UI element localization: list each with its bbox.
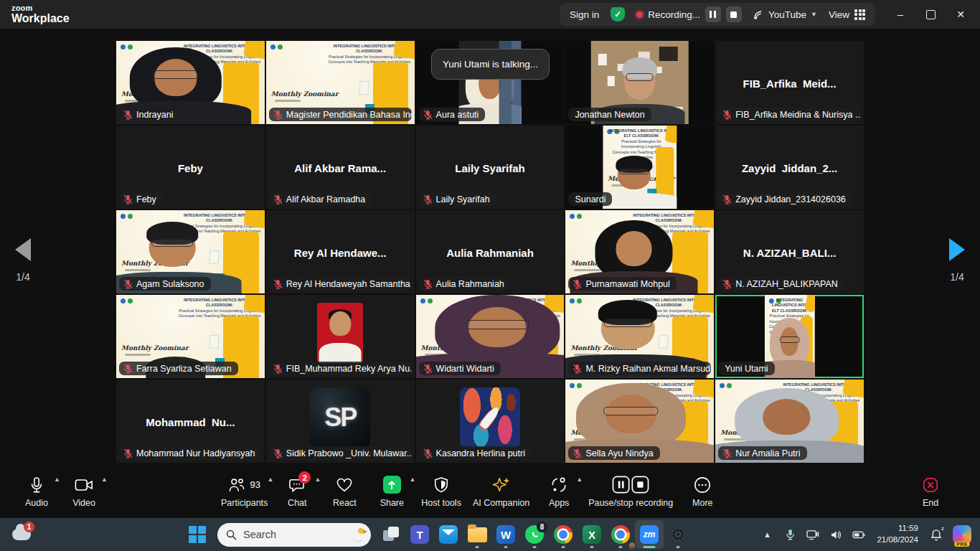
tray-speaker-icon[interactable] — [825, 520, 847, 549]
word-app-button[interactable]: W — [491, 520, 520, 549]
apps-icon — [550, 476, 567, 494]
end-meeting-button[interactable]: End — [907, 468, 954, 514]
participant-tile[interactable]: Kasandra Herlina putri — [416, 380, 565, 463]
next-page-control: 1/4 — [936, 238, 979, 283]
participant-tile[interactable]: Mohammad Nu...Mohammad Nur Hadiyansyah — [116, 380, 265, 463]
muted-mic-icon — [273, 448, 283, 458]
share-options-chevron-icon[interactable]: ▲ — [409, 476, 415, 483]
glasses-icon — [603, 407, 659, 415]
participants-label: Participants — [221, 498, 268, 508]
participant-tile[interactable]: Alif Akbar Rama...Alif Akbar Ramadha — [266, 126, 415, 209]
share-button[interactable]: ▲ Share — [368, 468, 415, 514]
backdrop-logos-icon — [270, 44, 283, 50]
close-button[interactable]: ✕ — [948, 4, 973, 25]
backdrop-script-text: Monthly Zoominar — [121, 344, 189, 352]
glasses-icon — [780, 336, 799, 343]
backdrop-logos-icon — [720, 383, 732, 388]
whatsapp-app-button[interactable]: 8 — [520, 520, 549, 549]
participant-tile[interactable]: INTEGRATING LINGUISTICS INTO ELT CLASSRO… — [565, 210, 714, 293]
participant-tile[interactable]: INTEGRATING LINGUISTICS INTO ELT CLASSRO… — [715, 380, 864, 463]
next-page-arrow-icon[interactable] — [949, 238, 965, 261]
participant-tile[interactable]: INTEGRATING LINGUISTICS INTO ELT CLASSRO… — [715, 295, 864, 378]
host-tools-button[interactable]: Host tools — [415, 468, 467, 514]
participant-tile[interactable]: SPSidik Prabowo _Univ. Mulawar... — [266, 380, 415, 463]
broadcast-icon — [753, 9, 764, 20]
apps-button[interactable]: ▲ Apps — [535, 468, 583, 514]
participant-name-chip: Widarti Widarti — [419, 362, 501, 375]
zoom-app-button[interactable]: zm — [635, 520, 664, 549]
muted-mic-icon — [123, 364, 133, 374]
taskbar-search[interactable]: Search — [217, 523, 371, 547]
more-button[interactable]: More — [679, 468, 726, 514]
tray-display-icon[interactable] — [802, 520, 824, 549]
backdrop-logos-icon — [121, 214, 133, 219]
video-options-chevron-icon[interactable]: ▲ — [101, 476, 108, 483]
participant-name: Jonathan Newton — [575, 110, 644, 120]
participant-tile[interactable]: INTEGRATING LINGUISTICS INTO ELT CLASSRO… — [565, 380, 714, 463]
chat-options-chevron-icon[interactable]: ▲ — [314, 476, 321, 483]
participant-tile[interactable]: INTEGRATING LINGUISTICS INTO ELT CLASSRO… — [266, 41, 415, 124]
react-button[interactable]: React — [321, 468, 368, 514]
participant-tile[interactable]: Zayyid Jiddan_2...Zayyid Jiddan_23140260… — [715, 126, 864, 209]
start-button[interactable] — [183, 520, 212, 549]
participant-tile[interactable]: Laily SyarifahLaily Syarifah — [416, 126, 565, 209]
maximize-button[interactable] — [918, 4, 943, 25]
video-button[interactable]: ▲ Video — [60, 468, 108, 514]
settings-gear-icon: ⚙ — [671, 527, 686, 543]
excel-app-button[interactable]: X — [578, 520, 606, 549]
file-explorer-button[interactable] — [463, 520, 491, 549]
participant-tile[interactable]: INTEGRATING LINGUISTICS INTO ELT CLASSRO… — [116, 295, 265, 378]
tray-overflow-chevron-icon[interactable]: ▲ — [756, 520, 778, 549]
participant-tile[interactable]: INTEGRATING LINGUISTICS INTO ELT CLASSRO… — [416, 295, 565, 378]
participant-name: Sunardi — [575, 194, 606, 204]
copilot-preview-button[interactable]: PRE — [948, 520, 976, 549]
stop-recording-button[interactable] — [726, 6, 742, 22]
ai-companion-button[interactable]: AI Companion — [467, 468, 535, 514]
participant-tile[interactable]: INTEGRATING LINGUISTICS INTO ELT CLASSRO… — [565, 126, 714, 209]
pause-recording-button[interactable] — [705, 6, 721, 22]
participant-tile[interactable]: FIB_Arfika Meid...FIB_Arfika Meidina & N… — [715, 41, 864, 124]
host-tools-shield-icon — [433, 476, 449, 494]
participant-tile[interactable]: Aulia RahmaniahAulia Rahmaniah — [416, 210, 565, 293]
participants-options-chevron-icon[interactable]: ▲ — [267, 476, 273, 483]
security-shield-icon[interactable]: ✓ — [611, 7, 625, 22]
tray-microphone-icon[interactable] — [779, 520, 801, 549]
participant-name: Zayyid Jiddan_2314026036 — [735, 194, 846, 204]
chat-button[interactable]: 2 ▲ Chat — [273, 468, 321, 514]
participant-tile[interactable]: Jonathan Newton — [565, 41, 714, 124]
mail-app-button[interactable] — [434, 520, 463, 549]
participant-tile[interactable]: Rey Al Hendawe...Rey Al Hendaweyah Saman… — [266, 210, 415, 293]
search-daily-bird-icon — [349, 526, 367, 543]
taskbar-clock[interactable]: 11:59 21/08/2024 — [871, 523, 924, 545]
teams-app-button[interactable]: T — [405, 520, 434, 549]
sign-in-button[interactable]: Sign in — [570, 9, 599, 20]
more-label: More — [692, 498, 712, 508]
participants-icon — [228, 477, 245, 493]
livestream-youtube-button[interactable]: YouTube ▼ — [753, 9, 817, 20]
tray-battery-icon[interactable] — [848, 520, 870, 549]
minimize-button[interactable]: – — [888, 4, 913, 25]
participant-tile[interactable]: FebyFeby — [116, 126, 265, 209]
more-icon — [694, 476, 711, 494]
participant-tile[interactable]: INTEGRATING LINGUISTICS INTO ELT CLASSRO… — [116, 210, 265, 293]
previous-page-arrow-icon[interactable] — [15, 238, 31, 261]
settings-app-button[interactable]: ⚙ — [664, 520, 692, 549]
audio-button[interactable]: ▲ Audio — [13, 468, 60, 514]
task-view-button[interactable] — [377, 520, 405, 549]
notification-bell-button[interactable]: z — [925, 520, 947, 549]
view-button[interactable]: View — [829, 9, 865, 20]
chrome-profile-app-button[interactable] — [606, 520, 635, 549]
participants-button[interactable]: ▲ 93 Participants — [215, 468, 273, 514]
widgets-button[interactable]: 1 — [7, 520, 36, 549]
pause-stop-recording-button[interactable]: Pause/stop recording — [583, 468, 679, 514]
participant-tile[interactable]: N. AZIZAH_BALI...N. AZIZAH_BALIKPAPAN — [715, 210, 864, 293]
participant-tile[interactable]: INTEGRATING LINGUISTICS INTO ELT CLASSRO… — [565, 295, 714, 378]
chrome-app-button[interactable] — [549, 520, 578, 549]
participant-name-chip: FIB_Muhammad Reky Arya Nu... — [269, 362, 412, 375]
participant-name: Mohammad Nur Hadiyansyah — [136, 448, 255, 458]
ai-companion-sparkle-icon — [492, 476, 511, 494]
audio-options-chevron-icon[interactable]: ▲ — [54, 476, 60, 483]
participant-tile[interactable]: FIB_Muhammad Reky Arya Nu... — [266, 295, 415, 378]
apps-options-chevron-icon[interactable]: ▲ — [576, 476, 583, 483]
participant-tile[interactable]: INTEGRATING LINGUISTICS INTO ELT CLASSRO… — [116, 41, 265, 124]
